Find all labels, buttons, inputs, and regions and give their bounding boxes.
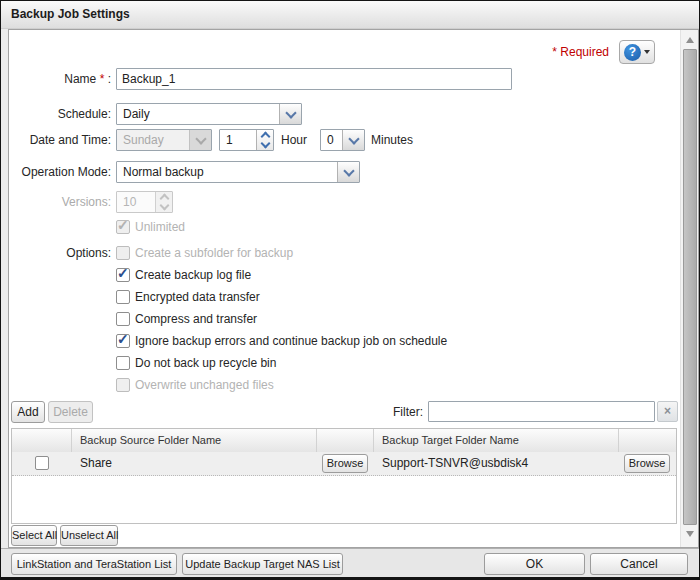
hour-value: 1 xyxy=(226,130,233,150)
help-icon: ? xyxy=(624,44,641,61)
delete-button: Delete xyxy=(48,401,93,423)
vertical-scrollbar xyxy=(680,30,698,547)
hour-label: Hour xyxy=(281,129,307,151)
header-target-browse-column xyxy=(619,429,676,452)
update-backup-target-nas-list-button[interactable]: Update Backup Target NAS List xyxy=(182,553,343,575)
scrollbar-thumb[interactable] xyxy=(683,49,697,525)
ok-button[interactable]: OK xyxy=(484,553,585,575)
filter-input[interactable] xyxy=(428,401,655,422)
scroll-down-icon[interactable] xyxy=(681,526,698,541)
label-compress-transfer: Compress and transfer xyxy=(135,312,257,327)
label-ignore-errors: Ignore backup errors and continue backup… xyxy=(135,334,447,349)
day-select: Sunday xyxy=(116,129,212,151)
checkbox-encrypted-transfer[interactable]: ✓ xyxy=(116,290,130,304)
minutes-select[interactable]: 0 xyxy=(320,129,365,151)
help-button[interactable]: ? xyxy=(619,40,655,64)
check-icon: ✓ xyxy=(117,331,129,347)
options-label: Options: xyxy=(9,242,111,264)
row-source-folder: Share xyxy=(72,452,317,475)
label-no-recycle-bin: Do not back up recycle bin xyxy=(135,356,276,371)
add-button[interactable]: Add xyxy=(11,401,45,423)
clear-filter-icon[interactable]: × xyxy=(657,401,678,422)
operation-mode-select[interactable]: Normal backup xyxy=(116,161,360,183)
row-checkbox[interactable]: ✓ xyxy=(35,456,49,470)
chevron-down-icon[interactable] xyxy=(260,139,270,149)
checkbox-overwrite-unchanged: ✓ xyxy=(116,378,130,392)
chevron-down-icon xyxy=(644,50,650,54)
row-target-folder: Support-TSNVR@usbdisk4 xyxy=(374,452,619,475)
schedule-select[interactable]: Daily xyxy=(116,103,302,125)
versions-label: Versions: xyxy=(9,191,111,213)
operation-mode-value: Normal backup xyxy=(123,162,204,182)
filter-label: Filter: xyxy=(393,401,423,423)
checkbox-ignore-errors[interactable]: ✓ xyxy=(116,334,130,348)
day-value: Sunday xyxy=(123,130,164,150)
backup-job-settings-dialog: Backup Job Settings * Required ? Name * … xyxy=(0,0,700,580)
minutes-label: Minutes xyxy=(371,129,413,151)
required-label: Required xyxy=(560,45,609,59)
select-all-button[interactable]: Select All xyxy=(11,525,57,546)
schedule-label: Schedule: xyxy=(9,103,111,125)
header-target-folder: Backup Target Folder Name xyxy=(374,429,619,452)
check-icon: ✓ xyxy=(117,265,129,281)
browse-source-button[interactable]: Browse xyxy=(322,454,368,473)
dialog-footer: LinkStation and TeraStation List Update … xyxy=(1,548,699,579)
table-header: Backup Source Folder Name Backup Target … xyxy=(12,429,676,453)
hour-spinner[interactable]: 1 xyxy=(219,129,274,151)
date-time-label: Date and Time: xyxy=(9,129,111,151)
required-asterisk: * xyxy=(552,45,557,59)
unlimited-checkbox: ✓ xyxy=(116,220,130,234)
chevron-down-icon xyxy=(159,201,169,211)
chevron-down-icon[interactable] xyxy=(337,162,359,182)
browse-target-button[interactable]: Browse xyxy=(624,454,670,473)
check-icon: ✓ xyxy=(117,217,129,233)
spinner-arrows-icon xyxy=(155,192,172,212)
table-row: ✓ Share Browse Support-TSNVR@usbdisk4 Br… xyxy=(12,452,676,476)
dialog-title: Backup Job Settings xyxy=(11,1,130,28)
chevron-down-icon[interactable] xyxy=(279,104,301,124)
label-encrypted-transfer: Encrypted data transfer xyxy=(135,290,260,305)
name-required-asterisk: * xyxy=(100,72,105,86)
label-overwrite-unchanged: Overwrite unchanged files xyxy=(135,378,274,393)
operation-mode-label: Operation Mode: xyxy=(9,161,111,183)
chevron-down-icon[interactable] xyxy=(342,130,364,150)
name-label: Name * : xyxy=(9,68,111,90)
cancel-button[interactable]: Cancel xyxy=(590,553,688,575)
unselect-all-button[interactable]: Unselect All xyxy=(60,525,118,546)
header-source-browse-column xyxy=(317,429,374,452)
content-panel: * Required ? Name * : Schedule: Daily Da… xyxy=(8,29,699,548)
chevron-down-icon xyxy=(189,130,211,150)
required-note: * Required xyxy=(9,41,609,63)
versions-value: 10 xyxy=(123,192,136,212)
checkbox-create-subfolder: ✓ xyxy=(116,246,130,260)
backup-folders-table: Backup Source Folder Name Backup Target … xyxy=(11,428,677,524)
scroll-up-icon[interactable] xyxy=(681,32,698,47)
checkbox-compress-transfer[interactable]: ✓ xyxy=(116,312,130,326)
schedule-value: Daily xyxy=(123,104,150,124)
spinner-arrows-icon[interactable] xyxy=(256,130,273,150)
linkstation-terastation-list-button[interactable]: LinkStation and TeraStation List xyxy=(11,553,177,575)
dialog-titlebar: Backup Job Settings xyxy=(1,1,699,29)
checkbox-no-recycle-bin[interactable]: ✓ xyxy=(116,356,130,370)
header-checkbox-column xyxy=(12,429,72,452)
versions-spinner: 10 xyxy=(116,191,173,213)
header-source-folder: Backup Source Folder Name xyxy=(72,429,317,452)
label-create-subfolder: Create a subfolder for backup xyxy=(135,246,293,261)
checkbox-create-backup-log[interactable]: ✓ xyxy=(116,268,130,282)
label-create-backup-log: Create backup log file xyxy=(135,268,251,283)
unlimited-label: Unlimited xyxy=(135,220,185,235)
minutes-value: 0 xyxy=(327,130,334,150)
name-input[interactable] xyxy=(116,68,512,90)
